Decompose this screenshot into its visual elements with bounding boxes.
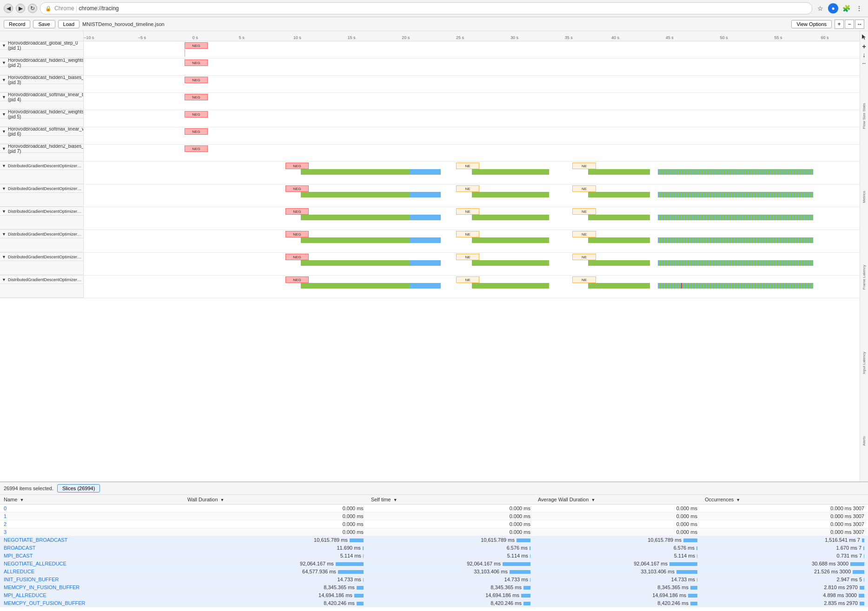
zoom-out-button[interactable]: − [845,20,854,29]
row-wall: 0.000 ms [184,505,367,512]
row-occ: 2.810 ms 2970 [701,584,868,591]
row-occ: 4.898 ms 3000 [701,591,868,599]
track-row: ▼ HorovodBroadcast_hidden1_biases_0 (pid… [0,76,860,93]
table-scroll[interactable]: 0 0.000 ms 0.000 ms 0.000 ms 0.000 ms 30… [0,505,868,608]
row-name[interactable]: ALLREDUCE [0,568,184,576]
track-header[interactable]: ▼ HorovodBroadcast_global_step_0 (pid 1) [0,41,83,50]
col-avg-header[interactable]: Average Wall Duration ▼ [534,495,701,505]
row-avg: 8,420.246 ms [534,599,701,607]
record-button[interactable]: Record [4,20,30,28]
row-self: 5.114 ms [367,552,534,560]
row-name[interactable]: MPI_BCAST [0,552,184,560]
row-occ: 21.526 ms 3000 [701,568,868,576]
row-occ: 0.000 ms 3007 [701,528,868,536]
row-name[interactable]: MEMCPY_IN_FUSION_BUFFER [0,584,184,591]
ruler-tick: 5 s [239,35,245,40]
row-wall: 5.114 ms [184,552,367,560]
load-button[interactable]: Load [58,20,80,28]
track-header[interactable]: ▼ HorovodBroadcast_hidden1_weights_0 (pi… [0,59,83,67]
minus-icon[interactable]: ↓ [861,52,868,58]
track-header[interactable]: ▼ DistributedGradientDescentOptimizer_Al… [0,230,83,238]
row-occ: 30.688 ms 3000 [701,560,868,568]
extension-icon[interactable]: 🧩 [841,3,851,13]
data-table-body: 0 0.000 ms 0.000 ms 0.000 ms 0.000 ms 30… [0,505,868,607]
table-row: MPI_ALLREDUCE 14,694.186 ms 14,694.186 m… [0,591,868,599]
track-header[interactable]: ▼ DistributedGradientDescentOptimizer_Al… [0,207,83,216]
track-header[interactable]: ▼ HorovodBroadcast_hidden1_biases_0 (pid… [0,76,83,84]
view-options-button[interactable]: View Options [791,20,832,28]
track-header[interactable]: ▼ HorovodBroadcast_hidden2_biases_0 (pid… [0,145,83,153]
track-header[interactable]: ▼ DistributedGradientDescentOptimizer_Al… [0,184,83,193]
track-header[interactable]: ▼ HorovodBroadcast_softmax_linear_biases… [0,93,83,101]
table-row: INIT_FUSION_BUFFER 14.733 ms 14.733 ms 1… [0,576,868,584]
ruler-tick: 0 s [192,35,198,40]
sidebar-alerts[interactable]: Alerts [862,436,866,446]
table-row: MPI_BCAST 5.114 ms 5.114 ms 5.114 ms 0.7… [0,552,868,560]
row-name[interactable]: 3 [0,528,184,536]
zoom-in-button[interactable]: + [835,20,844,29]
row-name[interactable]: MPI_ALLREDUCE [0,591,184,599]
row-wall: 0.000 ms [184,520,367,528]
refresh-button[interactable]: ↻ [28,4,37,13]
lock-icon: 🔒 [45,6,52,12]
row-name[interactable]: NEGOTIATE_BROADCAST [0,536,184,544]
track-header[interactable]: ▼ DistributedGradientDescentOptimizer_Al… [0,162,83,170]
back-button[interactable]: ◀ [4,4,13,13]
row-name[interactable]: BROADCAST [0,544,184,552]
track-header[interactable]: ▼ HorovodBroadcast_hidden2_weights_0 (pi… [0,110,83,118]
row-name[interactable]: NEGOTIATE_ALLREDUCE [0,560,184,568]
row-self: 14.733 ms [367,576,534,584]
forward-button[interactable]: ▶ [16,4,25,13]
address-bar[interactable]: 🔒 Chrome | chrome://tracing [40,2,812,14]
menu-icon[interactable]: ⋮ [854,3,864,13]
track-header[interactable]: ▼ HorovodBroadcast_softmax_linear_weight… [0,127,83,136]
neg-label: NEG [185,111,208,118]
sidebar-metrics[interactable]: Metrics [862,191,866,203]
track-header[interactable]: ▼ DistributedGradientDescentOptimizer_Al… [0,253,83,261]
star-icon[interactable]: ☆ [815,3,825,13]
track-header[interactable]: ▼ DistributedGradientDescentOptimizer_Al… [0,276,83,284]
col-occ-header[interactable]: Occurrences ▼ [701,495,868,505]
slices-tab[interactable]: Slices (26994) [57,484,100,493]
row-name[interactable]: 0 [0,505,184,512]
sidebar-flow-size[interactable]: Flow Size Stats [862,103,866,129]
profile-icon[interactable]: ● [828,3,838,13]
row-self: 0.000 ms [367,528,534,536]
ruler-tick: 25 s [456,35,464,40]
track-row: ▼ HorovodBroadcast_hidden2_biases_0 (pid… [0,145,860,162]
row-wall: 92,064.167 ms [184,560,367,568]
track-row: ▼ HorovodBroadcast_hidden1_weights_0 (pi… [0,59,860,76]
table-row: MEMCPY_OUT_FUSION_BUFFER 8,420.246 ms 8,… [0,599,868,607]
row-self: 10,615.789 ms [367,536,534,544]
row-self: 14,694.186 ms [367,591,534,599]
save-button[interactable]: Save [33,20,55,28]
row-name[interactable]: MEMCPY_OUT_FUSION_BUFFER [0,599,184,607]
neg-label: NEG [185,128,208,135]
table-row: ALLREDUCE 64,577.936 ms 33,103.406 ms 33… [0,568,868,576]
row-wall: 8,420.246 ms [184,599,367,607]
expand-icon[interactable]: ↔ [861,60,868,66]
row-self: 0.000 ms [367,505,534,512]
ruler-tick: 55 s [774,35,782,40]
row-wall: 14,694.186 ms [184,591,367,599]
sidebar-input-latency[interactable]: Input Latency [862,352,866,374]
row-name[interactable]: 2 [0,520,184,528]
ruler-tick: 35 s [565,35,573,40]
col-self-header[interactable]: Self time ▼ [367,495,534,505]
col-wall-header[interactable]: Wall Duration ▼ [184,495,367,505]
right-sidebar: + ↓ ↔ Flow Size Stats Metrics Frame Late… [860,31,868,481]
row-avg: 33,103.406 ms [534,568,701,576]
plus-icon[interactable]: + [861,43,868,50]
zoom-reset-button[interactable]: ↔ [855,20,864,29]
row-name[interactable]: INIT_FUSION_BUFFER [0,576,184,584]
col-name-header[interactable]: Name ▼ [0,495,184,505]
row-wall: 8,345.365 ms [184,584,367,591]
track-row: ▼ HorovodBroadcast_softmax_linear_biases… [0,93,860,110]
filename-text: MNISTDemo_horovod_timeline.json [82,21,165,27]
row-occ: 0.000 ms 3007 [701,520,868,528]
row-wall: 64,577.936 ms [184,568,367,576]
cursor-icon[interactable] [861,34,868,40]
table-row: 1 0.000 ms 0.000 ms 0.000 ms 0.000 ms 30… [0,512,868,520]
sidebar-frame-latency[interactable]: Frame Latency [862,265,866,289]
row-name[interactable]: 1 [0,512,184,520]
